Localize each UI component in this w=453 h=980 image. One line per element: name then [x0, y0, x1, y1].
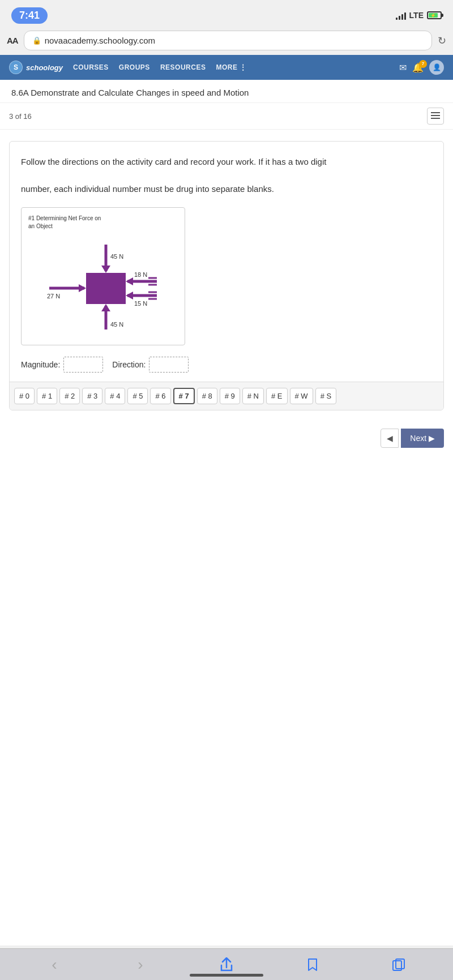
home-indicator	[190, 974, 263, 977]
forward-button[interactable]: ›	[126, 956, 155, 974]
nav-courses[interactable]: COURSES	[72, 61, 110, 74]
svg-text:27 N: 27 N	[47, 293, 60, 299]
svg-text:45 N: 45 N	[110, 321, 123, 328]
token-0[interactable]: # 0	[14, 388, 35, 404]
magnitude-group: Magnitude:	[21, 357, 103, 373]
status-icons: LTE ⚡	[396, 11, 442, 20]
next-button[interactable]: Next ▶	[401, 429, 444, 448]
svg-rect-2	[431, 118, 440, 119]
svg-marker-21	[126, 292, 133, 299]
prev-button[interactable]: ◀	[381, 429, 399, 448]
diagram-svg-area: 45 N 45 N 27 N	[28, 236, 178, 338]
logo-icon: S	[9, 61, 23, 74]
token-1[interactable]: # 1	[37, 388, 57, 404]
reload-button[interactable]: ↻	[438, 35, 446, 47]
nav-resources[interactable]: RESOURCES	[159, 61, 207, 74]
svg-text:45 N: 45 N	[110, 253, 123, 260]
page-title: 8.6A Demonstrate and Calculate Changes i…	[11, 88, 249, 97]
token-6[interactable]: # 6	[150, 388, 170, 404]
tabs-icon	[392, 958, 405, 971]
question-text: Follow the directions on the activity ca…	[21, 155, 432, 196]
signal-icon	[396, 11, 406, 20]
svg-marker-6	[101, 266, 110, 273]
force-diagram: #1 Determining Net Force on an Object 45…	[21, 207, 185, 345]
nav-links: COURSES GROUPS RESOURCES MORE	[72, 61, 390, 74]
token-12[interactable]: # W	[290, 388, 313, 404]
svg-text:18 N: 18 N	[134, 271, 147, 278]
url-bar[interactable]: 🔒 novaacademy.schoology.com	[24, 31, 432, 50]
bottom-bar: ‹ ›	[0, 948, 453, 980]
share-icon	[220, 957, 233, 972]
svg-text:15 N: 15 N	[134, 300, 147, 307]
battery-icon: ⚡	[427, 11, 442, 19]
direction-label: Direction:	[112, 360, 146, 369]
direction-group: Direction:	[112, 357, 189, 373]
direction-input[interactable]	[149, 357, 189, 373]
nav-groups[interactable]: GROUPS	[118, 61, 151, 74]
token-7[interactable]: # 7	[173, 388, 195, 404]
aa-button[interactable]: AA	[7, 36, 18, 45]
token-4[interactable]: # 4	[105, 388, 125, 404]
svg-rect-3	[438, 112, 440, 113]
bookmarks-button[interactable]	[298, 958, 327, 972]
list-view-button[interactable]	[427, 108, 444, 125]
svg-marker-9	[101, 304, 110, 311]
magnitude-input[interactable]	[63, 357, 103, 373]
share-button[interactable]	[212, 957, 241, 972]
svg-rect-4	[86, 273, 126, 304]
lock-icon: 🔒	[32, 36, 41, 45]
token-10[interactable]: # N	[242, 388, 264, 404]
page-title-bar: 8.6A Demonstrate and Calculate Changes i…	[0, 80, 453, 103]
svg-marker-12	[79, 284, 86, 292]
user-avatar[interactable]: 👤	[429, 60, 444, 75]
nav-bar: S schoology COURSES GROUPS RESOURCES MOR…	[0, 55, 453, 80]
token-9[interactable]: # 9	[220, 388, 240, 404]
nav-more[interactable]: MORE	[215, 61, 247, 74]
address-bar: AA 🔒 novaacademy.schoology.com ↻	[0, 28, 453, 55]
tabs-button[interactable]	[384, 958, 413, 971]
svg-marker-15	[126, 277, 133, 285]
question-card: Follow the directions on the activity ca…	[9, 141, 444, 410]
token-13[interactable]: # S	[315, 388, 337, 404]
list-icon	[431, 112, 440, 120]
mail-icon[interactable]: ✉	[399, 62, 407, 73]
nav-icons: ✉ 🔔 7 👤	[399, 60, 444, 75]
nav-buttons-row: ◀ Next ▶	[0, 422, 453, 455]
tokens-row: # 0# 1# 2# 3# 4# 5# 6# 7# 8# 9# N# E# W#…	[10, 382, 443, 410]
input-row: Magnitude: Direction:	[21, 357, 432, 373]
schoology-logo[interactable]: S schoology	[9, 61, 63, 74]
notification-badge: 7	[419, 60, 427, 68]
progress-text: 3 of 16	[9, 112, 32, 121]
token-11[interactable]: # E	[266, 388, 288, 404]
force-diagram-svg: 45 N 45 N 27 N	[38, 236, 168, 338]
diagram-title: #1 Determining Net Force on an Object	[28, 215, 178, 230]
magnitude-label: Magnitude:	[21, 360, 60, 369]
token-5[interactable]: # 5	[127, 388, 148, 404]
status-bar: 7:41 LTE ⚡	[0, 0, 453, 28]
status-time: 7:41	[11, 7, 48, 24]
logo-text: schoology	[26, 63, 63, 72]
progress-area: 3 of 16	[0, 103, 453, 130]
token-3[interactable]: # 3	[82, 388, 102, 404]
page-content: 8.6A Demonstrate and Calculate Changes i…	[0, 80, 453, 945]
back-button[interactable]: ‹	[40, 956, 69, 974]
token-8[interactable]: # 8	[197, 388, 217, 404]
url-text: novaacademy.schoology.com	[45, 36, 155, 45]
lte-label: LTE	[409, 11, 424, 20]
svg-rect-1	[431, 115, 440, 116]
bookmarks-icon	[306, 958, 319, 972]
bell-icon-container[interactable]: 🔔 7	[412, 62, 424, 73]
token-2[interactable]: # 2	[59, 388, 80, 404]
